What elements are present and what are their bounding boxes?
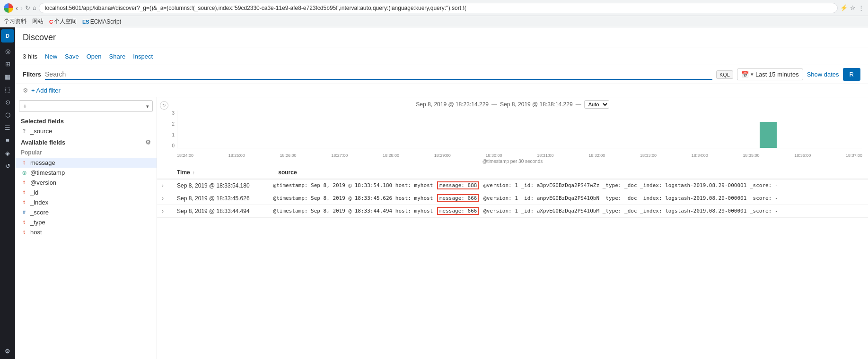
source-cell-3: @timestamp: Sep 8, 2019 @ 18:33:44.494 h… (270, 205, 868, 218)
source-col-label: _source (275, 169, 297, 176)
expand-cell-1: › (157, 179, 171, 192)
hits-count: 3 hits (23, 53, 37, 60)
forward-btn[interactable]: › (20, 4, 23, 12)
expand-button-3[interactable]: › (161, 208, 165, 214)
field-type-t-host: t (21, 230, 27, 235)
chevron-down-icon: ▾ (751, 71, 754, 77)
chart-bar (760, 122, 777, 148)
field-filter-select[interactable]: + (19, 100, 153, 112)
time-sort-icon: ↑ (193, 170, 195, 175)
nav-icon-apm[interactable]: ◈ (1, 147, 14, 159)
time-col-header[interactable]: Time ↑ (171, 166, 270, 179)
available-fields-settings-icon[interactable]: ⚙ (145, 139, 151, 146)
x-label-11: 18:35:00 (743, 153, 759, 158)
nav-icon-infrastructure[interactable]: ☰ (1, 121, 14, 134)
back-btn[interactable]: ‹ (16, 4, 18, 12)
source-highlight-1: message: 888 (437, 181, 479, 189)
bookmark-4[interactable]: ES ECMAScript (82, 18, 121, 25)
nav-icon-maps[interactable]: ⊙ (1, 96, 14, 108)
field-item-source[interactable]: ? _source (15, 126, 157, 136)
field-item-timestamp[interactable]: ◎ @timestamp (15, 168, 157, 178)
nav-icon-settings[interactable]: ⚙ (1, 345, 14, 357)
action-bar: 3 hits New Save Open Share Inspect (15, 48, 868, 65)
chart-y-axis: 3 2 1 0 (163, 111, 176, 148)
available-fields-section: Available fields ⚙ Popular t message ◎ @… (15, 136, 157, 237)
nav-icon-discover[interactable]: ◎ (1, 45, 14, 57)
chart-header: Sep 8, 2019 @ 18:23:14.229 — Sep 8, 2019… (163, 100, 862, 109)
results-table: Time ↑ _source (157, 166, 868, 218)
time-picker[interactable]: 📅 ▾ Last 15 minutes (737, 68, 803, 80)
expand-cell-3: › (157, 205, 171, 218)
show-dates-button[interactable]: Show dates (807, 71, 839, 78)
field-item-id[interactable]: t _id (15, 188, 157, 197)
open-button[interactable]: Open (87, 53, 102, 60)
expand-button-1[interactable]: › (161, 182, 165, 189)
filter-bar: Filters KQL 📅 ▾ Last 15 minutes Show dat… (15, 65, 868, 84)
y-label-1: 1 (172, 132, 175, 137)
top-bar: Discover (15, 27, 868, 48)
source-cell-1: @timestamp: Sep 8, 2019 @ 18:33:54.180 h… (270, 179, 868, 192)
new-button[interactable]: New (45, 53, 57, 60)
source-post-3: @version: 1 _id: aXpvEG0BzDqa2PS41QbM _t… (483, 208, 778, 214)
chart-refresh-icon[interactable]: ↻ (160, 101, 168, 110)
y-label-2: 2 (172, 121, 175, 127)
bookmark-3[interactable]: C 个人空间 (49, 17, 77, 26)
nav-icon-ml[interactable]: ⬡ (1, 109, 14, 121)
save-button[interactable]: Save (65, 53, 79, 60)
expand-button-2[interactable]: › (161, 195, 165, 202)
search-input[interactable] (45, 70, 712, 78)
nav-icon-visualize[interactable]: ⊞ (1, 58, 14, 70)
field-item-host[interactable]: t host (15, 227, 157, 237)
field-item-index[interactable]: t _index (15, 197, 157, 207)
nav-icon-logs[interactable]: ≡ (1, 134, 14, 146)
address-text: localhost:5601/app/kibana#/discover?_g=(… (45, 5, 466, 11)
address-bar[interactable]: localhost:5601/app/kibana#/discover?_g=(… (39, 3, 838, 13)
source-highlight-3: message: 666 (437, 207, 479, 215)
time-col-label: Time (177, 169, 190, 176)
extensions-btn[interactable]: ⚡ (840, 4, 848, 11)
left-nav: D ◎ ⊞ ▦ ⬚ ⊙ ⬡ ☰ ≡ ◈ ↺ ⚙ (0, 27, 15, 359)
bookmark-2[interactable]: 网站 (32, 17, 44, 26)
settings-icon[interactable]: ⚙ (23, 87, 28, 94)
time-label: Last 15 minutes (755, 71, 799, 78)
kql-badge[interactable]: KQL (716, 70, 733, 79)
source-pre-2: @timestamp: Sep 8, 2019 @ 18:33:45.626 h… (273, 195, 433, 201)
auto-interval-select[interactable]: Auto (584, 100, 609, 109)
field-item-type[interactable]: t _type (15, 217, 157, 227)
source-post-2: @version: 1 _id: anpvEG0BzDqa2PS41QbN _t… (483, 195, 778, 201)
bookmark-btn[interactable]: ☆ (850, 4, 856, 11)
field-item-message[interactable]: t message (15, 158, 157, 168)
nav-icon-uptime[interactable]: ↺ (1, 160, 14, 172)
home-btn[interactable]: ⌂ (33, 4, 36, 11)
bookmark-1[interactable]: 学习资料 (4, 17, 26, 26)
field-type-t-message: t (21, 160, 27, 165)
chart-range-end: Sep 8, 2019 @ 18:38:14.229 (500, 101, 573, 108)
page-title: Discover (23, 33, 56, 43)
x-label-1: 18:25:00 (228, 153, 245, 158)
field-type-hash-score: # (21, 210, 27, 215)
add-filter-button[interactable]: + Add filter (31, 87, 61, 94)
nav-icon-canvas[interactable]: ⬚ (1, 83, 14, 95)
field-item-version[interactable]: t @version (15, 178, 157, 188)
field-name-message: message (30, 159, 55, 166)
field-name-version: @version (30, 179, 56, 186)
menu-btn[interactable]: ⋮ (858, 4, 864, 11)
field-item-score[interactable]: # _score (15, 207, 157, 217)
expand-cell-2: › (157, 192, 171, 205)
bookmarks-bar: 学习资料 网站 C 个人空间 ES ECMAScript (0, 16, 868, 27)
nav-icon-dashboard[interactable]: ▦ (1, 70, 14, 83)
field-name-index: _index (30, 199, 48, 206)
refresh-button[interactable]: R (843, 68, 860, 81)
time-cell-2: Sep 8, 2019 @ 18:33:45.626 (171, 192, 270, 205)
x-label-0: 18:24:00 (177, 153, 193, 158)
share-button[interactable]: Share (109, 53, 126, 60)
selected-fields-title: Selected fields (15, 115, 157, 126)
browser-logo (4, 3, 13, 13)
y-label-0: 0 (172, 143, 175, 148)
source-pre-3: @timestamp: Sep 8, 2019 @ 18:33:44.494 h… (273, 208, 433, 214)
reload-btn[interactable]: ↻ (25, 4, 30, 11)
source-post-1: @version: 1 _id: a3pvEG0BzDqa2PS47wZz _t… (483, 182, 778, 188)
x-label-9: 18:33:00 (640, 153, 657, 158)
add-filter-row: ⚙ + Add filter (15, 84, 868, 97)
inspect-button[interactable]: Inspect (133, 53, 153, 60)
